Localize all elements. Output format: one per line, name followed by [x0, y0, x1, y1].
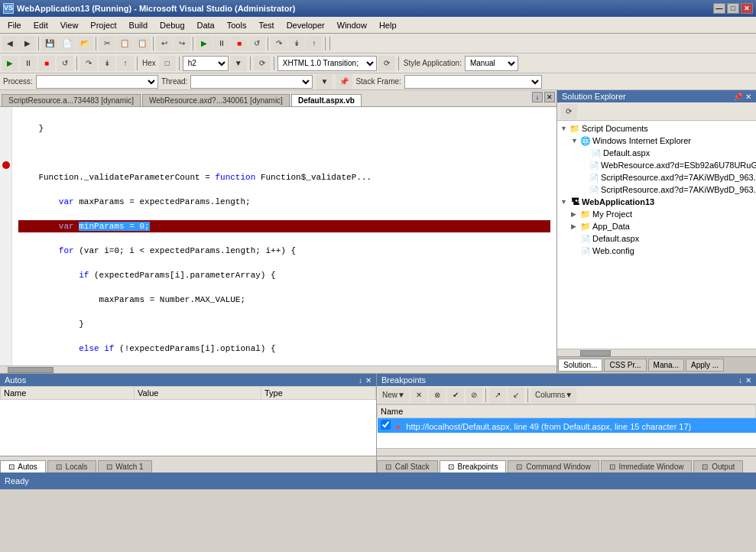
- menu-file[interactable]: File: [2, 19, 28, 31]
- process-dropdown[interactable]: [36, 75, 158, 89]
- tb-copy-btn[interactable]: 📋: [116, 36, 133, 51]
- tree-item-appdata[interactable]: ▶ 📁 App_Data: [559, 220, 754, 232]
- bp-enable-btn[interactable]: ✔: [447, 388, 464, 403]
- menu-debug[interactable]: Debug: [154, 19, 190, 31]
- bp-disable-btn[interactable]: ⊘: [466, 388, 482, 403]
- hscroll-thumb[interactable]: [8, 367, 54, 373]
- sol-tab-solution[interactable]: Solution...: [558, 359, 602, 372]
- maximize-button[interactable]: □: [727, 3, 739, 14]
- tb-stepinto-btn[interactable]: ↡: [288, 36, 305, 51]
- tb-undo-btn[interactable]: ↩: [156, 36, 173, 51]
- sol-hscroll-thumb[interactable]: [580, 350, 611, 356]
- tree-item-scriptdocs[interactable]: ▼ 📁 Script Documents: [559, 122, 754, 135]
- sol-refresh-btn[interactable]: ⟳: [560, 104, 577, 119]
- sol-tab-apply[interactable]: Apply ...: [686, 359, 724, 372]
- bp-checkbox[interactable]: [381, 420, 391, 430]
- tb-back-btn[interactable]: ◀: [2, 36, 18, 51]
- menu-test[interactable]: Test: [252, 19, 280, 31]
- menu-help[interactable]: Help: [373, 19, 403, 31]
- sol-tab-manage[interactable]: Mana...: [648, 359, 684, 372]
- tb-stepover-btn[interactable]: ↷: [271, 36, 287, 51]
- bottom-tab-output[interactable]: ⊡ Output: [693, 460, 743, 472]
- autos-pin-btn[interactable]: ↓: [359, 376, 362, 385]
- bottom-tab-autos[interactable]: ⊡ Autos: [0, 460, 46, 472]
- menu-data[interactable]: Data: [191, 19, 221, 31]
- menu-edit[interactable]: Edit: [28, 19, 54, 31]
- menu-developer[interactable]: Developer: [281, 19, 331, 31]
- tb2-extra1[interactable]: ⟳: [254, 56, 271, 71]
- tb-debug-start[interactable]: ▶: [196, 36, 213, 51]
- bp-row[interactable]: ● http://localhost/Default.aspx, line 49…: [378, 418, 756, 433]
- thread-pin-btn[interactable]: 📌: [336, 74, 352, 89]
- bottom-tab-watch1[interactable]: ⊡ Watch 1: [98, 460, 152, 472]
- bottom-tab-locals[interactable]: ⊡ Locals: [47, 460, 96, 472]
- tree-item-scriptresource1[interactable]: ▶ 📄 ScriptResource.axd?d=7AKiWBydD_963..…: [559, 171, 754, 183]
- autos-col-value[interactable]: Value: [135, 387, 261, 400]
- bottom-tab-callstack[interactable]: ⊡ Call Stack: [377, 460, 438, 472]
- tb-debug-stop[interactable]: ■: [231, 36, 248, 51]
- stack-frame-dropdown[interactable]: [404, 75, 542, 89]
- code-hscrollbar[interactable]: [0, 365, 556, 373]
- menu-tools[interactable]: Tools: [221, 19, 253, 31]
- tb-forward-btn[interactable]: ▶: [19, 36, 36, 51]
- sol-close-btn[interactable]: ✕: [745, 93, 751, 101]
- tb-stepout-btn[interactable]: ↑: [306, 36, 323, 51]
- tree-item-myproject[interactable]: ▶ 📁 My Project: [559, 208, 754, 220]
- tab-webresource[interactable]: WebResource.axd?...340061 [dynamic]: [142, 94, 290, 106]
- bottom-tab-immediate[interactable]: ⊡ Immediate Window: [601, 460, 693, 472]
- hex-btn[interactable]: □: [159, 56, 176, 71]
- autos-close-btn[interactable]: ✕: [365, 376, 372, 385]
- tab-scriptresource[interactable]: ScriptResource.a...734483 [dynamic]: [2, 94, 141, 106]
- code-text[interactable]: } Function._validateParameterCount = fun…: [12, 107, 556, 365]
- tb-open-btn[interactable]: 📂: [76, 36, 93, 51]
- bp-delete-btn[interactable]: ✕: [410, 388, 427, 403]
- tb-debug-restart[interactable]: ↺: [248, 36, 265, 51]
- autos-col-name[interactable]: Name: [1, 387, 135, 400]
- tb2-refresh[interactable]: ⟳: [378, 56, 395, 71]
- sol-tab-css[interactable]: CSS Pr...: [604, 359, 646, 372]
- bp-columns-btn[interactable]: Columns▼: [531, 388, 576, 403]
- tb-debug-pause[interactable]: ⏸: [213, 36, 230, 51]
- tb2-stepover[interactable]: ↷: [80, 56, 97, 71]
- bp-new-btn[interactable]: New▼: [378, 388, 409, 403]
- tab-default-aspx-vb[interactable]: Default.aspx.vb: [291, 94, 362, 106]
- thread-dropdown[interactable]: [190, 75, 313, 89]
- tree-item-webresource[interactable]: ▶ 📄 WebResource.axd?d=ESb92a6U78URuG...: [559, 159, 754, 171]
- bp-import-btn[interactable]: ↙: [508, 388, 524, 403]
- bp-hscroll[interactable]: [377, 448, 756, 456]
- tree-item-scriptresource2[interactable]: ▶ 📄 ScriptResource.axd?d=7AKiWBydD_963..…: [559, 183, 754, 196]
- autos-table[interactable]: Name Value Type: [0, 386, 376, 456]
- sol-hscroll[interactable]: [557, 349, 756, 356]
- menu-build[interactable]: Build: [123, 19, 154, 31]
- tb-cut-btn[interactable]: ✂: [99, 36, 115, 51]
- tree-item-ie[interactable]: ▼ 🌐 Windows Internet Explorer: [559, 135, 754, 147]
- tb2-stepout[interactable]: ↑: [117, 56, 134, 71]
- code-content[interactable]: } Function._validateParameterCount = fun…: [0, 107, 556, 365]
- minimize-button[interactable]: —: [713, 3, 725, 14]
- bp-export-btn[interactable]: ↗: [489, 388, 506, 403]
- menu-view[interactable]: View: [54, 19, 85, 31]
- tb2-pause[interactable]: ⏸: [20, 56, 37, 71]
- solution-content[interactable]: ▼ 📁 Script Documents ▼ 🌐 Windows Interne…: [557, 121, 756, 349]
- menu-window[interactable]: Window: [331, 19, 373, 31]
- bottom-tab-breakpoints[interactable]: ⊡ Breakpoints: [440, 460, 507, 472]
- tree-item-webconfig[interactable]: ▶ 📄 Web.config: [559, 245, 754, 257]
- thread-filter-btn[interactable]: ▼: [316, 74, 333, 89]
- tb-redo-btn[interactable]: ↪: [174, 36, 190, 51]
- tree-item-default-aspx[interactable]: ▶ 📄 Default.aspx: [559, 147, 754, 159]
- bp-col-name[interactable]: Name: [378, 405, 756, 418]
- tb-save-btn[interactable]: 💾: [41, 36, 58, 51]
- tb-paste-btn[interactable]: 📋: [134, 36, 151, 51]
- tb2-stepinto[interactable]: ↡: [99, 56, 115, 71]
- tb2-stop[interactable]: ■: [38, 56, 55, 71]
- autos-col-type[interactable]: Type: [261, 387, 375, 400]
- h2-dropdown[interactable]: h2: [183, 56, 229, 71]
- sol-pin-btn[interactable]: 📌: [733, 93, 742, 101]
- bp-pin-btn[interactable]: ↓: [738, 376, 742, 385]
- menu-project[interactable]: Project: [84, 19, 122, 31]
- bp-delete-all-btn[interactable]: ⊗: [429, 388, 446, 403]
- bottom-tab-cmdwindow[interactable]: ⊡ Command Window: [508, 460, 599, 472]
- tb2-run[interactable]: ▶: [2, 56, 18, 71]
- bp-content[interactable]: Name ● http://localhost/Default.aspx, li…: [377, 404, 756, 448]
- style-app-dropdown[interactable]: Manual: [465, 56, 518, 71]
